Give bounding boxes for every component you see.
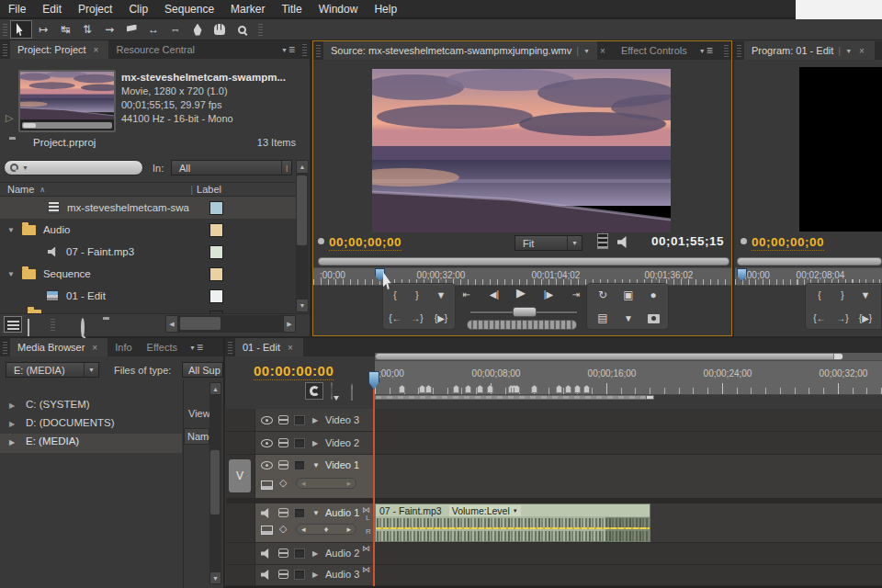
poster-scrubber[interactable] — [22, 122, 112, 129]
close-icon[interactable]: × — [597, 46, 608, 56]
source-assign-cell[interactable] — [226, 409, 255, 432]
tree-caret-icon[interactable]: ▶ — [9, 438, 15, 447]
label-chip[interactable] — [209, 267, 223, 281]
label-chip[interactable] — [209, 245, 223, 259]
hscroll-left-button[interactable]: ◀ — [165, 315, 178, 333]
panel-menu-icon[interactable]: ▼≡ — [277, 40, 300, 59]
track-lock-toggle[interactable] — [294, 438, 305, 448]
scroll-down-button[interactable]: ▼ — [296, 299, 309, 312]
set-in-button[interactable]: { — [384, 288, 406, 302]
tool-selection[interactable] — [10, 20, 32, 39]
list-item[interactable]: ▼ Sequence — [0, 263, 296, 285]
sequence-marker[interactable] — [477, 385, 483, 393]
shuttle-slider[interactable] — [513, 307, 537, 317]
tool-rate-stretch[interactable]: ⇝ — [98, 20, 120, 39]
project-hscroll-thumb[interactable] — [180, 317, 220, 330]
track-lock-toggle[interactable] — [294, 415, 305, 425]
menu-edit[interactable]: Edit — [34, 0, 70, 18]
sequence-marker[interactable] — [583, 385, 590, 393]
hscroll-right-button[interactable]: ▶ — [283, 315, 296, 333]
files-of-type-dropdown[interactable]: All Sup — [182, 362, 223, 378]
tab-effect-controls[interactable]: Effect Controls — [614, 41, 695, 60]
label-chip[interactable] — [209, 223, 223, 237]
source-assign-cell[interactable] — [226, 565, 255, 586]
track-lock-toggle[interactable] — [294, 548, 305, 559]
viewing-bar-handle[interactable] — [833, 354, 842, 359]
tab-media-browser[interactable]: Media Browser × — [10, 338, 107, 356]
set-marker-button[interactable]: ▼ — [854, 288, 876, 302]
zoom-level-dropdown[interactable]: Fit ▼ — [514, 235, 582, 251]
panel-grip[interactable] — [316, 44, 321, 57]
close-icon[interactable]: × — [856, 46, 867, 56]
close-icon[interactable]: × — [91, 45, 102, 55]
work-area-end-handle[interactable] — [646, 396, 653, 399]
timeline-viewing-bar[interactable] — [375, 353, 843, 360]
tool-slip[interactable]: ↔ — [142, 20, 164, 39]
toggle-track-output-icon[interactable] — [261, 570, 272, 580]
source-assign-cell[interactable] — [226, 503, 255, 543]
set-encore-chapter-marker-button[interactable] — [331, 383, 333, 400]
set-marker-button[interactable]: ▼ — [430, 288, 452, 302]
clip-fx-badge[interactable]: Volume:Level ▼ — [449, 505, 521, 516]
go-to-in-button[interactable]: {← — [808, 311, 831, 325]
program-select-icon[interactable]: ▼ — [845, 48, 852, 54]
safe-margins-button[interactable]: ▣ — [617, 288, 639, 302]
set-out-button[interactable]: } — [406, 288, 428, 302]
track-name[interactable]: Audio 1 — [325, 507, 359, 518]
show-keyframes-icon[interactable]: ◇ — [279, 477, 287, 489]
track-content-video1[interactable] — [375, 455, 882, 499]
source-assign-cell[interactable] — [226, 543, 255, 565]
tab-info[interactable]: Info — [107, 338, 139, 356]
toggle-video-icon[interactable] — [597, 233, 608, 249]
tool-hand[interactable] — [209, 20, 231, 39]
work-area-bar[interactable] — [375, 395, 654, 400]
toolbar-grip[interactable] — [3, 23, 7, 36]
expand-track-icon[interactable]: ▶ — [312, 416, 318, 424]
go-to-in-button[interactable]: {← — [384, 311, 406, 325]
drive-dropdown[interactable]: E: (MEDIA) ▼ — [6, 362, 99, 378]
overlay-button[interactable]: ▼ — [617, 311, 639, 325]
tool-rolling-edit[interactable]: ⇅ — [76, 20, 98, 39]
tool-pen[interactable] — [187, 20, 209, 39]
playhead-line[interactable] — [373, 371, 375, 586]
panel-menu-icon[interactable]: ▼≡ — [695, 41, 718, 60]
volume-level-line[interactable] — [376, 527, 650, 529]
loop-button[interactable]: ↻ — [592, 288, 614, 302]
toggle-track-output-icon[interactable] — [261, 548, 272, 559]
track-lock-toggle[interactable] — [294, 570, 305, 580]
menu-help[interactable]: Help — [366, 0, 405, 18]
export-frame-button[interactable] — [642, 311, 664, 326]
sync-lock-icon[interactable] — [278, 508, 288, 517]
tab-sequence-01-edit[interactable]: 01 - Edit × — [235, 338, 303, 356]
expand-track-icon[interactable]: ▶ — [312, 571, 318, 579]
set-unnumbered-marker-button[interactable] — [351, 384, 353, 401]
expand-track-icon[interactable]: ▶ — [312, 439, 318, 447]
column-divider[interactable]: | — [190, 184, 193, 195]
media-scroll-up-button[interactable]: ▲ — [209, 382, 221, 395]
go-to-out-button[interactable]: →} — [831, 311, 854, 325]
toggle-track-output-icon[interactable] — [261, 416, 273, 424]
column-name[interactable]: Name — [7, 184, 34, 195]
track-header-video3[interactable]: ▶ Video 3 — [255, 409, 375, 432]
play-in-to-out-button[interactable]: {▶} — [854, 311, 876, 325]
poster-scrubber-thumb[interactable] — [23, 123, 36, 128]
sync-lock-icon[interactable] — [278, 548, 288, 558]
set-display-style-icon[interactable] — [261, 481, 273, 490]
keyframe-navigator[interactable]: ◂ ▸ — [296, 478, 356, 489]
snap-button[interactable] — [305, 382, 323, 400]
show-keyframes-icon[interactable]: ◇ — [279, 523, 287, 535]
play-in-to-out-button[interactable]: {▶} — [430, 311, 452, 325]
list-item[interactable]: ▼ Audio — [0, 219, 296, 241]
toggle-track-output-icon[interactable] — [261, 461, 273, 469]
close-icon[interactable]: × — [89, 343, 100, 353]
tab-project[interactable]: Project: Project × — [10, 40, 108, 59]
panel-grip[interactable] — [3, 341, 7, 354]
sequence-marker[interactable] — [574, 385, 581, 393]
media-vscrollbar[interactable] — [209, 395, 221, 571]
output-button[interactable]: ● — [642, 288, 664, 302]
project-hscrollbar[interactable] — [178, 315, 283, 333]
in-filter-dropdown[interactable]: All | — [171, 160, 292, 175]
tree-caret-icon[interactable]: ▶ — [9, 401, 15, 410]
sync-lock-icon[interactable] — [278, 460, 288, 469]
panel-grip[interactable] — [228, 341, 232, 354]
